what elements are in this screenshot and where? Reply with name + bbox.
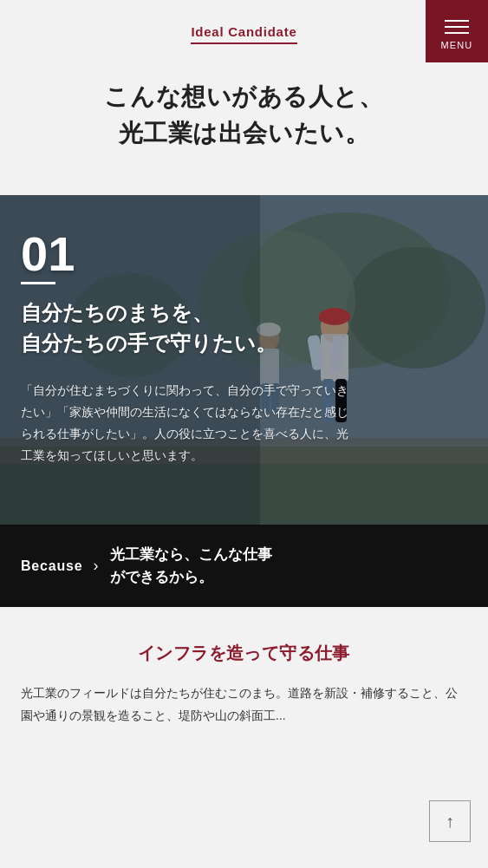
infra-title: インフラを造って守る仕事 [21,642,467,665]
infra-section: インフラを造って守る仕事 光工業のフィールドは自分たちが住むこのまち。道路を新設… [0,607,488,754]
because-text-line2: ができるから。 [110,569,213,585]
hero-body-text: 「自分が住むまちづくりに関わって、自分の手で守っていきたい」「家族や仲間の生活に… [21,380,350,467]
main-headline-section: こんな想いがある人と、 光工業は出会いたい。 [0,62,488,195]
menu-line-3 [445,32,469,34]
hero-content: 01 自分たちのまちを、 自分たちの手で守りたい。 「自分が住むまちづくりに関わ… [0,195,488,493]
because-text-line1: 光工業なら、こんな仕事 [110,546,272,563]
because-label: Because [21,558,82,574]
menu-line-1 [445,20,469,22]
scroll-top-arrow-icon: ↑ [446,813,454,830]
hero-number-underline [21,282,55,284]
headline-line1: こんな想いがある人と、 [104,83,383,110]
headline-line2: 光工業は出会いたい。 [119,120,370,147]
hero-section: 01 自分たちのまちを、 自分たちの手で守りたい。 「自分が住むまちづくりに関わ… [0,195,488,525]
page-header: Ideal Candidate MENU [0,0,488,62]
menu-lines-icon [445,20,469,34]
menu-label: MENU [441,40,473,50]
header-title-area: Ideal Candidate [17,24,471,44]
hero-number: 01 [21,230,467,278]
hero-heading-line2: 自分たちの手で守りたい。 [21,331,277,355]
hero-heading-line1: 自分たちのまちを、 [21,301,213,324]
because-text: 光工業なら、こんな仕事 ができるから。 [110,544,272,588]
page-subtitle: Ideal Candidate [191,24,296,44]
main-heading: こんな想いがある人と、 光工業は出会いたい。 [26,79,462,152]
menu-button[interactable]: MENU [426,0,488,62]
because-banner[interactable]: Because › 光工業なら、こんな仕事 ができるから。 [0,525,488,607]
scroll-to-top-button[interactable]: ↑ [429,800,471,842]
infra-body-text: 光工業のフィールドは自分たちが住むこのまち。道路を新設・補修すること、公園や通り… [21,682,467,728]
hero-heading: 自分たちのまちを、 自分たちの手で守りたい。 [21,298,298,359]
menu-line-2 [445,26,469,28]
because-chevron-icon: › [93,557,98,575]
